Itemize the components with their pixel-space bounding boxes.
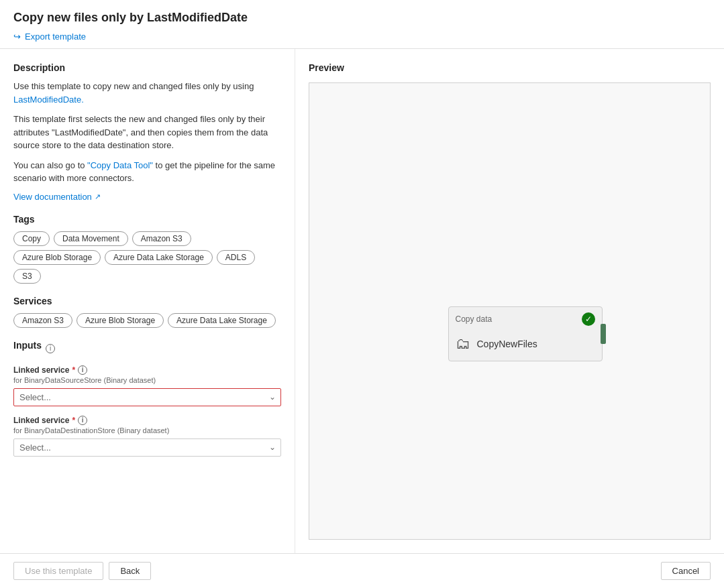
tags-container: Copy Data Movement Amazon S3 Azure Blob … xyxy=(13,231,281,284)
back-button[interactable]: Back xyxy=(109,562,151,580)
inputs-section: Inputs i Linked service * i for BinaryDa… xyxy=(13,340,281,457)
external-link-icon: ↗ xyxy=(95,192,101,201)
tags-title: Tags xyxy=(13,214,281,225)
use-template-button[interactable]: Use this template xyxy=(13,562,103,580)
description-para1: Use this template to copy new and change… xyxy=(13,80,281,106)
node-body: 🗂 CopyNewFiles xyxy=(449,330,602,361)
preview-canvas: Copy data ✓ 🗂 CopyNewFiles xyxy=(309,82,711,540)
database-icon: 🗂 xyxy=(456,335,470,353)
tag-azure-blob-storage: Azure Blob Storage xyxy=(13,250,101,265)
view-documentation-link[interactable]: View documentation ↗ xyxy=(13,192,101,202)
dest-field-group: Linked service * i for BinaryDataDestina… xyxy=(13,416,281,457)
description-section: Description Use this template to copy ne… xyxy=(13,62,281,202)
main-content: Description Use this template to copy ne… xyxy=(0,49,724,553)
source-field-info-icon[interactable]: i xyxy=(78,365,87,375)
services-title: Services xyxy=(13,296,281,306)
page-title: Copy new files only by LastModifiedDate xyxy=(13,11,711,25)
footer-left: Use this template Back xyxy=(13,562,151,580)
cancel-button[interactable]: Cancel xyxy=(661,562,711,580)
tag-azure-data-lake-storage: Azure Data Lake Storage xyxy=(105,250,213,265)
export-template-link[interactable]: ↪ Export template xyxy=(13,32,86,42)
tag-copy: Copy xyxy=(13,231,50,246)
export-arrow-icon: ↪ xyxy=(13,32,21,42)
source-field-group: Linked service * i for BinaryDataSourceS… xyxy=(13,365,281,406)
tags-section: Tags Copy Data Movement Amazon S3 Azure … xyxy=(13,214,281,284)
description-para2: This template first selects the new and … xyxy=(13,113,281,152)
dest-field-info-icon[interactable]: i xyxy=(78,416,87,425)
node-right-bar xyxy=(601,324,606,344)
last-modified-link[interactable]: LastModifiedDate. xyxy=(13,95,84,105)
description-title: Description xyxy=(13,62,281,73)
service-azure-blob-storage: Azure Blob Storage xyxy=(76,313,164,328)
pipeline-node: Copy data ✓ 🗂 CopyNewFiles xyxy=(448,306,603,361)
left-panel: Description Use this template to copy ne… xyxy=(0,49,295,553)
tag-s3: S3 xyxy=(13,269,41,284)
services-container: Amazon S3 Azure Blob Storage Azure Data … xyxy=(13,313,281,328)
source-linked-service-select[interactable]: Select... xyxy=(13,388,281,406)
copy-data-tool-link[interactable]: "Copy Data Tool" xyxy=(87,160,153,170)
source-field-sublabel: for BinaryDataSourceStore (Binary datase… xyxy=(13,376,281,384)
footer: Use this template Back Cancel xyxy=(0,553,724,588)
service-azure-data-lake-storage: Azure Data Lake Storage xyxy=(168,313,276,328)
inputs-info-icon[interactable]: i xyxy=(46,344,55,353)
inputs-title: Inputs xyxy=(13,340,42,351)
source-select-wrapper: Select... ⌄ xyxy=(13,388,281,406)
inputs-title-row: Inputs i xyxy=(13,340,281,357)
services-section: Services Amazon S3 Azure Blob Storage Az… xyxy=(13,296,281,328)
source-field-label: Linked service * i xyxy=(13,365,281,375)
description-para3: You can also go to "Copy Data Tool" to g… xyxy=(13,159,281,185)
dest-field-label: Linked service * i xyxy=(13,416,281,425)
dest-select-wrapper: Select... ⌄ xyxy=(13,438,281,457)
tag-amazon-s3: Amazon S3 xyxy=(132,231,191,246)
header: Copy new files only by LastModifiedDate … xyxy=(0,0,724,49)
right-panel: Preview Copy data ✓ 🗂 CopyNewFiles xyxy=(295,49,724,553)
service-amazon-s3: Amazon S3 xyxy=(13,313,72,328)
preview-title: Preview xyxy=(309,62,711,73)
node-header-title: Copy data xyxy=(456,314,493,324)
node-success-icon: ✓ xyxy=(582,312,595,326)
node-name: CopyNewFiles xyxy=(477,339,537,349)
tag-adls: ADLS xyxy=(217,250,255,265)
tag-data-movement: Data Movement xyxy=(54,231,128,246)
dest-field-sublabel: for BinaryDataDestinationStore (Binary d… xyxy=(13,426,281,434)
node-header: Copy data ✓ xyxy=(449,307,602,330)
dest-linked-service-select[interactable]: Select... xyxy=(13,438,281,457)
